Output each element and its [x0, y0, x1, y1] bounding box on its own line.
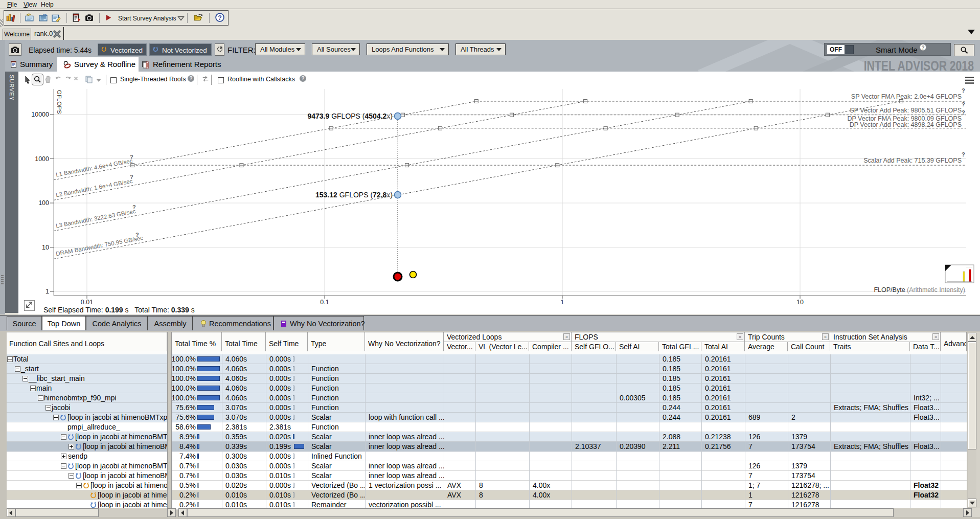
svg-text:Scalar Add Peak: 715.39 GFLOPS: Scalar Add Peak: 715.39 GFLOPS [863, 157, 962, 164]
svg-text:L2 Bandwidth: 1.6e+4 GB/sec: L2 Bandwidth: 1.6e+4 GB/sec [55, 178, 133, 198]
svg-text:DP Vector Add Peak: 4898.24 GF: DP Vector Add Peak: 4898.24 GFLOPS [850, 121, 962, 128]
svg-text:………: ……… [966, 266, 972, 268]
svg-text:10000: 10000 [31, 111, 49, 118]
svg-text:9473.9 GFLOPS (4504.2x): 9473.9 GFLOPS (4504.2x) [307, 112, 393, 120]
svg-text:GFLOPS: GFLOPS [56, 90, 62, 114]
svg-text:1: 1 [45, 288, 49, 295]
svg-text:?: ? [130, 174, 133, 180]
svg-text:DRAM Bandwidth: 750.95 GB/sec: DRAM Bandwidth: 750.95 GB/sec [55, 235, 144, 257]
svg-text:?: ? [218, 14, 222, 21]
svg-text:1000: 1000 [35, 155, 49, 163]
svg-text:L3 Bandwidth: 3222.63 GB/sec: L3 Bandwidth: 3222.63 GB/sec [55, 208, 136, 229]
svg-text:SP Vector FMA Peak: 2.0e+4 GFL: SP Vector FMA Peak: 2.0e+4 GFLOPS [851, 93, 962, 100]
svg-text:?: ? [962, 151, 965, 157]
svg-text:FLOP/Byte (Arithmetic Intensit: FLOP/Byte (Arithmetic Intensity) [874, 286, 965, 294]
svg-text:0.01: 0.01 [81, 299, 93, 306]
svg-text:10: 10 [796, 299, 804, 306]
svg-text:100: 100 [38, 199, 49, 207]
svg-text:1: 1 [561, 299, 564, 306]
svg-text:?: ? [135, 232, 139, 238]
svg-text:?: ? [132, 204, 136, 210]
svg-text:L1 Bandwidth: 4.6e+4 GB/sec: L1 Bandwidth: 4.6e+4 GB/sec [55, 157, 133, 178]
svg-text:?: ? [962, 101, 965, 107]
svg-text:0.1: 0.1 [320, 299, 329, 306]
svg-text:?: ? [130, 154, 133, 160]
svg-text:153.12 GFLOPS (72.8x): 153.12 GFLOPS (72.8x) [315, 191, 393, 199]
svg-text:10: 10 [42, 244, 49, 251]
svg-text:?: ? [962, 109, 965, 116]
svg-text:?: ? [962, 88, 965, 94]
svg-text:SP Vector Add Peak: 9805.51 GF: SP Vector Add Peak: 9805.51 GFLOPS [850, 107, 962, 114]
